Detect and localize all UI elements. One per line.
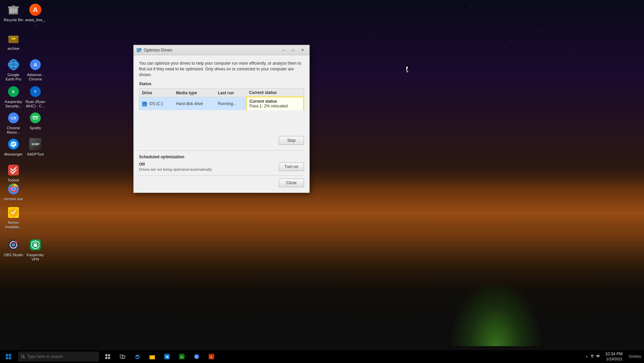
desktop-icon-archive[interactable]: archive bbox=[2, 30, 25, 52]
desktop-icon-norton[interactable]: Norton Installati... bbox=[2, 204, 25, 231]
svg-rect-47 bbox=[105, 357, 107, 359]
search-input[interactable] bbox=[27, 354, 96, 359]
stop-button-row: Stop bbox=[139, 136, 304, 145]
tent-glow bbox=[449, 279, 543, 346]
todoist-icon bbox=[7, 163, 20, 177]
task-view-button[interactable] bbox=[100, 350, 115, 363]
stop-button[interactable]: Stop bbox=[279, 136, 304, 145]
desktop-icon-spotify[interactable]: Spotify bbox=[24, 110, 47, 132]
search-box[interactable] bbox=[18, 352, 99, 362]
archive-label: archive bbox=[7, 46, 19, 51]
messenger-label: Messenger bbox=[4, 152, 23, 157]
sound-icon[interactable] bbox=[596, 354, 601, 359]
svg-rect-46 bbox=[108, 354, 110, 356]
messenger-icon bbox=[7, 137, 20, 151]
dialog-description: You can optimize your drives to help you… bbox=[139, 61, 304, 77]
adsense-icon: A bbox=[29, 58, 42, 71]
adsense-label: Adsense - Chrome bbox=[25, 73, 46, 81]
svg-point-10 bbox=[8, 59, 19, 70]
current-status-cell: Current status Pass 1: 2% relocated bbox=[246, 97, 304, 110]
desktop-icon-chrome-exe[interactable]: chrome.exe bbox=[2, 181, 25, 203]
app6-button[interactable]: G bbox=[189, 350, 204, 363]
empty-area bbox=[139, 113, 304, 133]
dialog-titlebar[interactable]: Optimize Drives ─ □ ✕ bbox=[134, 45, 309, 55]
multitasking-button[interactable] bbox=[115, 350, 130, 363]
svg-rect-2 bbox=[10, 8, 12, 13]
svg-text:CR: CR bbox=[11, 116, 16, 120]
avast-icon: A bbox=[29, 3, 42, 16]
desktop-icon-recycle-bin[interactable]: Recycle Bin bbox=[2, 2, 25, 24]
date: 1/19/2021 bbox=[605, 357, 622, 361]
edge-button[interactable] bbox=[130, 350, 145, 363]
svg-rect-45 bbox=[105, 354, 107, 356]
ryan-icon: R bbox=[29, 85, 42, 98]
sadptool-label: SADPTool bbox=[27, 152, 44, 157]
minimize-button[interactable]: ─ bbox=[279, 47, 288, 54]
maximize-button[interactable]: □ bbox=[289, 47, 297, 54]
network-icon[interactable] bbox=[590, 354, 595, 359]
drive-name: OS (C:) bbox=[139, 97, 174, 110]
close-x-button[interactable]: ✕ bbox=[298, 47, 307, 54]
desktop-icon-messenger[interactable]: Messenger bbox=[2, 136, 25, 158]
desktop-icon-chrome-remo[interactable]: CR Chrome Remo... bbox=[2, 110, 25, 136]
svg-point-27 bbox=[12, 187, 15, 191]
app5-button[interactable]: M bbox=[174, 350, 189, 363]
svg-point-61 bbox=[591, 357, 592, 358]
mouse-cursor bbox=[406, 67, 412, 73]
start-button[interactable] bbox=[0, 350, 17, 363]
desktop-icon-sadptool[interactable]: SADP SADPTool bbox=[24, 136, 47, 158]
turn-on-button[interactable]: Turn on bbox=[279, 162, 304, 171]
svg-rect-8 bbox=[8, 36, 19, 38]
col-drive: Drive bbox=[139, 89, 174, 97]
desktop-icon-kaspersky-vpn[interactable]: Kaspersky VPN bbox=[24, 237, 47, 263]
svg-rect-34 bbox=[34, 244, 37, 247]
svg-point-37 bbox=[140, 51, 141, 52]
kaspersky-icon: K bbox=[7, 85, 20, 98]
dialog-content: You can optimize your drives to help you… bbox=[134, 55, 309, 193]
close-button[interactable]: Close bbox=[279, 178, 304, 187]
recycle-bin-icon bbox=[7, 3, 20, 16]
obs-label: OBS Studio bbox=[4, 253, 23, 257]
chevron-icon[interactable]: ∧ bbox=[585, 355, 588, 358]
scheduled-row: Off Drives are not being optimized autom… bbox=[139, 162, 304, 171]
kaspersky-label: Kaspersky Security... bbox=[3, 100, 24, 108]
svg-point-43 bbox=[22, 355, 24, 357]
media-type-cell: Hard disk drive bbox=[173, 97, 215, 110]
spotify-label: Spotify bbox=[30, 126, 41, 130]
archive-icon bbox=[7, 32, 20, 45]
current-status-value: Pass 1: 2% relocated bbox=[249, 104, 287, 108]
scheduled-info: Off Drives are not being optimized autom… bbox=[139, 162, 279, 171]
desktop-icon-google-earth[interactable]: Google Earth Pro bbox=[2, 57, 25, 83]
desktop-icon-avast[interactable]: A avast_free_... bbox=[24, 2, 47, 28]
norton-icon bbox=[7, 206, 20, 219]
svg-rect-4 bbox=[15, 8, 17, 13]
system-tray bbox=[590, 354, 601, 359]
desktop-icon-adsense[interactable]: A Adsense - Chrome bbox=[24, 57, 47, 83]
chrome-remo-icon: CR bbox=[7, 111, 20, 125]
show-desktop-area[interactable]: Desktop bbox=[627, 355, 641, 358]
svg-rect-6 bbox=[12, 5, 15, 7]
svg-rect-38 bbox=[137, 49, 139, 50]
svg-rect-39 bbox=[6, 354, 8, 356]
desktop-icon-ryan[interactable]: R Ryan (Ryan AKIC) - C... bbox=[24, 84, 47, 110]
desktop-label: Desktop bbox=[629, 355, 641, 358]
app7-button[interactable]: B bbox=[204, 350, 219, 363]
scheduled-status: Off bbox=[139, 162, 279, 167]
svg-line-44 bbox=[24, 357, 25, 358]
clock[interactable]: 10:34 PM 1/19/2021 bbox=[603, 352, 625, 362]
desktop-icon-kaspersky[interactable]: K Kaspersky Security... bbox=[2, 84, 25, 110]
svg-rect-40 bbox=[9, 354, 11, 356]
desktop-icon-obs[interactable]: OBS Studio bbox=[2, 237, 25, 259]
file-explorer-button[interactable] bbox=[145, 350, 160, 363]
obs-icon bbox=[7, 238, 20, 252]
avast-label: avast_free_... bbox=[25, 18, 46, 27]
store-button[interactable]: 🛍 bbox=[160, 350, 174, 363]
table-row[interactable]: OS (C:) Hard disk drive Running... Curre… bbox=[139, 97, 304, 110]
drives-table: Drive Media type Last run Current status… bbox=[139, 88, 304, 110]
recycle-bin-label: Recycle Bin bbox=[4, 18, 23, 22]
svg-text:🛍: 🛍 bbox=[166, 355, 169, 359]
time: 10:34 PM bbox=[605, 352, 622, 357]
optimize-drives-dialog: Optimize Drives ─ □ ✕ You can optimize y… bbox=[133, 45, 310, 193]
svg-rect-3 bbox=[13, 8, 14, 13]
svg-rect-42 bbox=[9, 357, 11, 359]
